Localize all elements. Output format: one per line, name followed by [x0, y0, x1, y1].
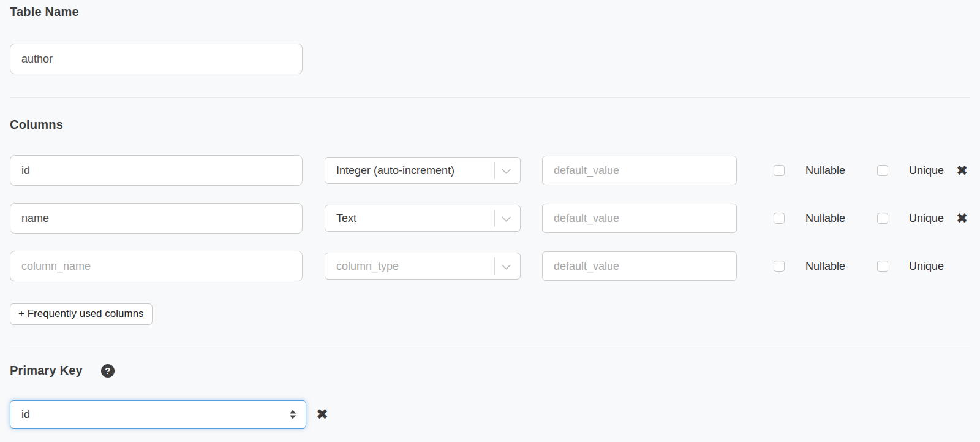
nullable-checkbox[interactable]	[774, 165, 785, 176]
column-flags: Nullable Unique ✖	[774, 211, 968, 226]
column-flags: Nullable Unique ✖	[774, 164, 968, 178]
column-name-input[interactable]	[10, 251, 303, 281]
column-row: column_type Nullable Unique	[10, 251, 970, 281]
unique-label: Unique	[909, 212, 944, 225]
columns-heading: Columns	[10, 118, 970, 132]
table-name-heading: Table Name	[10, 5, 970, 19]
table-modify-form: Table Name Columns Integer (auto-increme…	[0, 0, 980, 429]
remove-column-icon[interactable]: ✖	[956, 164, 968, 178]
remove-column-icon[interactable]: ✖	[956, 211, 968, 226]
primary-key-select[interactable]: id	[10, 400, 306, 429]
section-divider	[10, 348, 970, 348]
primary-key-heading: Primary Key	[10, 364, 83, 378]
unique-label: Unique	[909, 164, 944, 177]
nullable-label: Nullable	[805, 260, 845, 273]
frequently-used-columns-button[interactable]: + Frequently used columns	[10, 303, 153, 325]
dropdown-divider	[494, 257, 495, 275]
column-row: Text Nullable Unique ✖	[10, 203, 970, 234]
column-default-input[interactable]	[542, 156, 737, 185]
primary-key-select-wrap: id	[10, 400, 306, 429]
column-flags: Nullable Unique	[774, 260, 944, 273]
column-type-value: Integer (auto-increment)	[336, 164, 494, 177]
chevron-down-icon	[502, 260, 511, 270]
chevron-down-icon	[502, 212, 511, 222]
column-type-dropdown[interactable]: Integer (auto-increment)	[325, 157, 521, 184]
nullable-label: Nullable	[805, 212, 845, 225]
column-default-input[interactable]	[542, 251, 737, 281]
primary-key-header: Primary Key ?	[10, 364, 970, 378]
primary-key-row: id ✖	[10, 400, 970, 429]
column-type-dropdown[interactable]: Text	[325, 205, 521, 232]
column-type-value: Text	[336, 212, 494, 225]
remove-primary-key-icon[interactable]: ✖	[316, 407, 328, 422]
unique-checkbox[interactable]	[877, 213, 888, 224]
table-name-input[interactable]	[10, 44, 303, 74]
nullable-label: Nullable	[805, 164, 845, 177]
column-type-placeholder: column_type	[336, 260, 494, 273]
dropdown-divider	[494, 210, 495, 227]
section-divider	[10, 97, 970, 98]
unique-checkbox[interactable]	[877, 261, 888, 272]
dropdown-divider	[494, 162, 495, 179]
column-name-input[interactable]	[10, 203, 303, 234]
nullable-checkbox[interactable]	[774, 261, 785, 272]
chevron-down-icon	[502, 164, 511, 174]
column-name-input[interactable]	[10, 155, 303, 186]
unique-checkbox[interactable]	[877, 165, 888, 176]
unique-label: Unique	[909, 260, 944, 273]
help-icon[interactable]: ?	[101, 364, 115, 378]
column-default-input[interactable]	[542, 204, 737, 233]
column-type-dropdown[interactable]: column_type	[325, 253, 521, 280]
nullable-checkbox[interactable]	[774, 213, 785, 224]
column-row: Integer (auto-increment) Nullable Unique…	[10, 155, 970, 186]
